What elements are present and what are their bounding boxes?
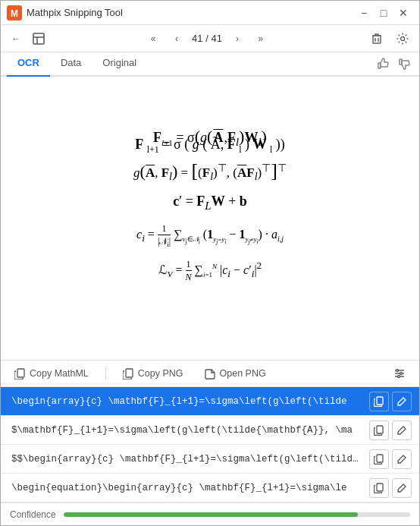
copy-png-button[interactable]: Copy PNG <box>118 365 188 383</box>
code-icons-2 <box>369 449 412 469</box>
edit-icon-2[interactable] <box>392 449 412 469</box>
code-options-list: \begin{array}{c} \mathbf{F}_{l+1}=\sigma… <box>1 387 419 502</box>
toolbar-nav-left: ← <box>7 30 48 48</box>
math-content: F l+1 = σ ( g ( Ã, F l ) W l )) Fl+1 = σ… <box>1 77 419 360</box>
svg-point-8 <box>401 36 405 40</box>
svg-rect-23 <box>377 483 383 491</box>
edit-icon-0[interactable] <box>392 392 412 411</box>
svg-rect-22 <box>377 455 383 462</box>
settings-button[interactable] <box>392 28 413 49</box>
svg-rect-10 <box>400 59 402 65</box>
tab-data[interactable]: Data <box>50 52 92 77</box>
confidence-label: Confidence <box>10 509 56 520</box>
svg-point-19 <box>398 376 400 378</box>
edit-icon-3[interactable] <box>392 478 412 498</box>
first-page-button[interactable]: « <box>142 30 165 48</box>
app-title: Mathpix Snipping Tool <box>27 7 354 18</box>
separator <box>105 367 106 380</box>
svg-rect-2 <box>33 33 44 44</box>
svg-point-18 <box>400 373 403 375</box>
code-item-1[interactable]: $\mathbf{F}_{l+1}=\sigma\left(g\left(\ti… <box>1 416 419 445</box>
code-item-3[interactable]: \begin{equation}\begin{array}{c} \mathbf… <box>1 474 419 502</box>
code-icons-3 <box>369 478 412 498</box>
back-button[interactable]: ← <box>7 30 25 48</box>
delete-button[interactable] <box>366 28 387 49</box>
code-icons-0 <box>369 392 412 411</box>
last-page-button[interactable]: » <box>249 30 272 48</box>
tab-bar: OCR Data Original <box>1 52 419 77</box>
toolbar-right <box>366 28 413 49</box>
code-item-0[interactable]: \begin{array}{c} \mathbf{F}_{l+1}=\sigma… <box>1 387 419 416</box>
code-text-2: $$\begin{array}{c} \mathbf{F}_{l+1}=\sig… <box>11 454 363 465</box>
confidence-bar-track <box>64 512 410 517</box>
svg-rect-9 <box>378 63 381 68</box>
svg-point-17 <box>396 370 399 372</box>
math-display: F l+1 = σ ( g ( Ã, F l ) W l )) Fl+1 = σ… <box>1 77 419 360</box>
tab-ocr[interactable]: OCR <box>7 52 50 77</box>
snip-button[interactable] <box>30 30 48 48</box>
maximize-button[interactable]: □ <box>374 3 393 23</box>
copy-icon-3[interactable] <box>369 478 389 498</box>
svg-rect-21 <box>377 426 383 433</box>
next-page-button[interactable]: › <box>228 30 246 48</box>
close-button[interactable]: ✕ <box>393 3 413 23</box>
svg-rect-13 <box>126 369 133 377</box>
svg-rect-5 <box>373 36 381 43</box>
format-settings-button[interactable] <box>389 364 410 383</box>
svg-rect-20 <box>377 397 383 405</box>
thumbs-down-button[interactable] <box>396 55 413 72</box>
copy-icon-2[interactable] <box>369 449 389 469</box>
title-bar: M Mathpix Snipping Tool − □ ✕ <box>1 1 419 25</box>
edit-icon-1[interactable] <box>392 420 412 440</box>
thumbs-up-button[interactable] <box>375 55 392 72</box>
confidence-bar-fill <box>64 512 359 517</box>
svg-text:M: M <box>11 8 18 19</box>
code-text-1: $\mathbf{F}_{l+1}=\sigma\left(g\left(\ti… <box>11 425 363 436</box>
prev-page-button[interactable]: ‹ <box>168 30 186 48</box>
copy-icon-1[interactable] <box>369 420 389 440</box>
tab-original[interactable]: Original <box>92 52 147 77</box>
open-png-button[interactable]: Open PNG <box>200 365 271 383</box>
code-item-2[interactable]: $$\begin{array}{c} \mathbf{F}_{l+1}=\sig… <box>1 445 419 474</box>
app-logo: M <box>7 5 22 20</box>
code-icons-1 <box>369 420 412 440</box>
toolbar-pagination: « ‹ 41 / 41 › » <box>48 30 366 48</box>
bottom-bar: Confidence <box>1 502 419 525</box>
copy-mathml-button[interactable]: Copy MathML <box>10 365 93 383</box>
minimize-button[interactable]: − <box>354 3 374 23</box>
action-bar: Copy MathML Copy PNG Open PNG <box>1 360 419 387</box>
code-text-0: \begin{array}{c} \mathbf{F}_{l+1}=\sigma… <box>11 396 363 407</box>
feedback-buttons <box>375 52 413 75</box>
code-text-3: \begin{equation}\begin{array}{c} \mathbf… <box>11 483 363 493</box>
toolbar: ← « ‹ 41 / 41 › » <box>1 25 419 52</box>
copy-icon-0[interactable] <box>369 392 389 411</box>
svg-rect-12 <box>17 369 24 377</box>
page-indicator: 41 / 41 <box>189 33 225 44</box>
